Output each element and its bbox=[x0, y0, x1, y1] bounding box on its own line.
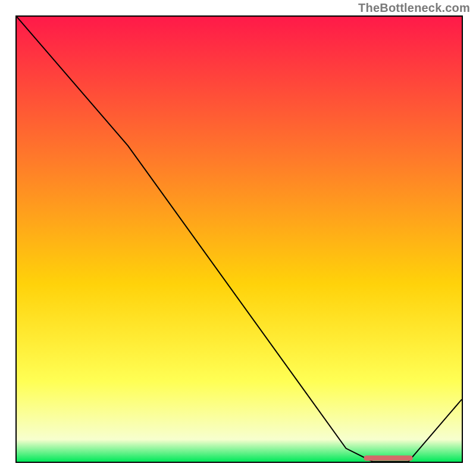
plot-area bbox=[15, 15, 463, 463]
chart-overlay bbox=[17, 17, 462, 462]
attribution-label: TheBottleneck.com bbox=[358, 1, 470, 15]
bottleneck-curve-line bbox=[17, 17, 462, 462]
optimal-range-marker bbox=[364, 456, 412, 461]
chart-root: TheBottleneck.com bbox=[0, 0, 476, 476]
